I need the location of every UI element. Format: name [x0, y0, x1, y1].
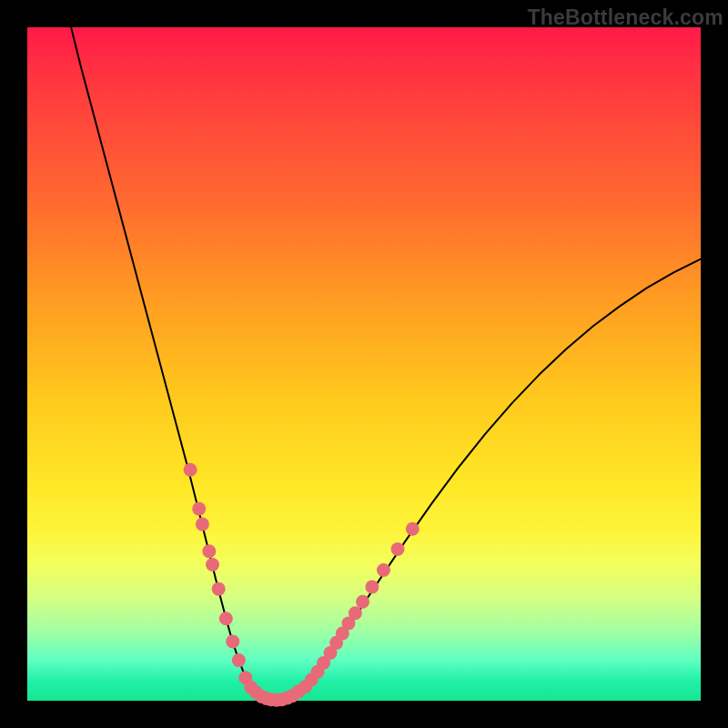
marker-dot [365, 580, 379, 593]
marker-dot [356, 595, 369, 609]
marker-dot [202, 544, 216, 558]
marker-dot [391, 542, 405, 556]
marker-dot [406, 522, 420, 536]
outer-frame: TheBottleneck.com [0, 0, 728, 728]
marker-dot [349, 606, 362, 620]
curve-left-branch [71, 27, 277, 701]
marker-dot [184, 463, 197, 477]
marker-dot [232, 653, 246, 667]
marker-dot [206, 558, 219, 571]
curve-overlay [0, 0, 728, 728]
marker-dot [192, 502, 206, 516]
marker-dot [226, 634, 239, 648]
marker-dot [377, 563, 390, 577]
marker-dot [196, 518, 209, 531]
marker-dot [219, 612, 233, 625]
marker-dot [212, 582, 226, 596]
